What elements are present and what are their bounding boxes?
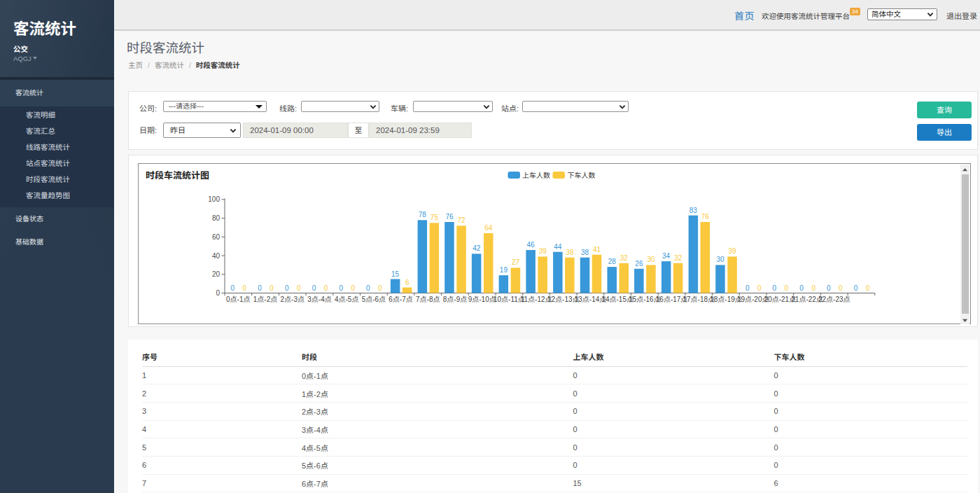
svg-text:27: 27	[512, 258, 520, 266]
svg-text:0: 0	[285, 284, 289, 292]
svg-text:0: 0	[827, 284, 831, 292]
svg-text:0: 0	[799, 284, 804, 292]
svg-text:32: 32	[620, 254, 629, 262]
svg-text:20: 20	[212, 270, 220, 278]
svg-text:76: 76	[701, 213, 710, 221]
svg-text:6点-7点: 6点-7点	[388, 296, 412, 303]
svg-text:0: 0	[366, 284, 370, 292]
svg-text:下车人数: 下车人数	[568, 172, 596, 179]
svg-text:46: 46	[527, 241, 536, 249]
svg-text:44: 44	[554, 243, 562, 251]
svg-text:15: 15	[391, 270, 400, 278]
svg-text:75: 75	[430, 214, 439, 221]
svg-text:28: 28	[608, 258, 617, 265]
svg-text:4点-5点: 4点-5点	[335, 296, 358, 303]
svg-text:6: 6	[405, 279, 410, 286]
svg-text:39: 39	[729, 247, 737, 255]
svg-text:0: 0	[297, 284, 301, 292]
svg-text:0: 0	[312, 284, 316, 292]
svg-text:3点-4点: 3点-4点	[307, 296, 331, 303]
svg-text:0点-1点: 0点-1点	[226, 296, 250, 303]
svg-text:0: 0	[258, 284, 262, 292]
svg-text:40: 40	[212, 252, 220, 260]
svg-text:0: 0	[216, 289, 220, 297]
svg-text:41: 41	[593, 246, 601, 254]
svg-text:76: 76	[445, 213, 454, 221]
svg-text:0: 0	[839, 284, 843, 292]
svg-text:83: 83	[690, 207, 698, 214]
svg-text:64: 64	[484, 224, 493, 232]
svg-text:30: 30	[716, 256, 724, 263]
svg-text:38: 38	[581, 249, 589, 256]
svg-text:8点-9点: 8点-9点	[443, 296, 467, 303]
svg-text:0: 0	[785, 284, 789, 292]
svg-text:32: 32	[674, 254, 682, 262]
svg-text:22点-23点: 22点-23点	[818, 296, 850, 303]
svg-text:39: 39	[539, 247, 547, 255]
svg-text:80: 80	[212, 214, 220, 222]
svg-text:0: 0	[854, 284, 858, 292]
svg-text:0: 0	[773, 284, 777, 292]
svg-text:0: 0	[324, 284, 328, 292]
svg-text:26: 26	[635, 260, 643, 268]
svg-text:0: 0	[757, 284, 762, 292]
svg-text:0: 0	[243, 284, 247, 292]
svg-text:100: 100	[208, 195, 220, 203]
svg-text:38: 38	[566, 249, 574, 256]
svg-text:30: 30	[647, 256, 655, 263]
svg-text:0: 0	[270, 284, 274, 292]
svg-text:0: 0	[811, 284, 816, 292]
svg-text:0: 0	[746, 284, 750, 292]
svg-text:0: 0	[378, 284, 382, 292]
svg-text:9点-10点: 9点-10点	[468, 296, 496, 303]
svg-text:5点-6点: 5点-6点	[362, 296, 386, 303]
svg-text:上车人数: 上车人数	[522, 172, 550, 179]
svg-text:0: 0	[231, 284, 235, 292]
svg-text:42: 42	[472, 244, 481, 252]
svg-text:72: 72	[458, 216, 466, 224]
svg-text:34: 34	[662, 252, 671, 260]
svg-text:0: 0	[351, 284, 355, 292]
svg-text:0: 0	[866, 284, 870, 292]
svg-text:19: 19	[500, 266, 508, 274]
svg-text:2点-3点: 2点-3点	[281, 296, 304, 303]
svg-text:60: 60	[212, 233, 220, 241]
svg-text:1点-2点: 1点-2点	[253, 296, 277, 303]
svg-text:78: 78	[419, 211, 427, 218]
svg-text:0: 0	[339, 284, 343, 292]
svg-text:7点-8点: 7点-8点	[416, 296, 440, 303]
